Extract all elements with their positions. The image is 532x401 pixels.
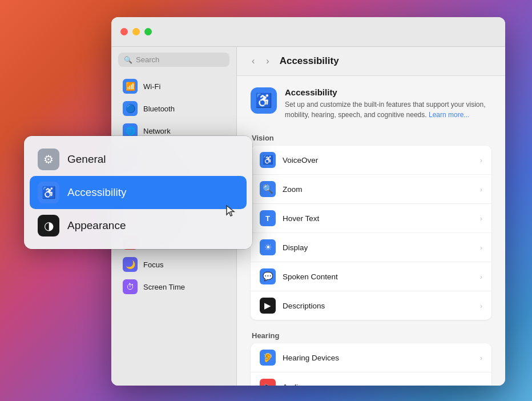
sidebar-label-wifi: Wi-Fi	[143, 82, 160, 91]
descriptions-chevron: ›	[480, 302, 482, 310]
back-button[interactable]: ‹	[248, 55, 258, 67]
nav-bar: ‹ › Accessibility	[237, 47, 505, 76]
hearing-section-title: Hearing	[251, 331, 491, 340]
learn-more-link[interactable]: Learn more...	[429, 111, 469, 119]
vision-list: ♿ VoiceOver › 🔍 Zoom › T Hover Text ›	[251, 146, 491, 320]
search-bar[interactable]: 🔍 Search	[118, 53, 229, 67]
sidebar-item-wifi[interactable]: 📶 Wi-Fi	[115, 75, 233, 97]
zoom-row[interactable]: 🔍 Zoom ›	[251, 175, 491, 204]
audio-chevron: ›	[480, 383, 482, 386]
header-description: Set up and customize the built-in featur…	[285, 99, 491, 120]
popup-appearance-label: Appearance	[67, 219, 126, 232]
main-content: ‹ › Accessibility ♿ Accessibility Set up…	[237, 47, 505, 386]
popup-accessibility-icon: ♿	[38, 182, 59, 203]
voiceover-row[interactable]: ♿ VoiceOver ›	[251, 146, 491, 175]
screentime-icon: ⏱	[123, 279, 138, 294]
hearingdevices-row[interactable]: 🦻 Hearing Devices ›	[251, 343, 491, 372]
display-chevron: ›	[480, 243, 482, 252]
zoom-chevron: ›	[480, 185, 482, 194]
display-label: Display	[283, 243, 473, 252]
popup-menu: ⚙ General ♿ Accessibility ◑ Appearance	[24, 136, 252, 249]
popup-item-accessibility[interactable]: ♿ Accessibility	[30, 176, 247, 209]
spoken-chevron: ›	[480, 272, 482, 281]
popup-general-label: General	[67, 153, 106, 166]
popup-accessibility-label: Accessibility	[67, 186, 126, 199]
spoken-label: Spoken Content	[283, 272, 473, 281]
voiceover-chevron: ›	[480, 156, 482, 165]
wifi-icon: 📶	[123, 79, 138, 94]
header-text: Accessibility Set up and customize the b…	[285, 87, 491, 120]
sidebar-item-screentime[interactable]: ⏱ Screen Time	[115, 276, 233, 298]
zoom-icon: 🔍	[260, 181, 276, 197]
hearingdevices-icon: 🦻	[260, 350, 276, 366]
sidebar-label-focus: Focus	[143, 260, 163, 269]
content-area: ♿ Accessibility Set up and customize the…	[237, 76, 505, 386]
hovertext-label: Hover Text	[283, 214, 473, 223]
voiceover-icon: ♿	[260, 152, 276, 168]
vision-section-title: Vision	[251, 134, 491, 142]
minimize-button[interactable]	[132, 28, 140, 35]
spoken-row[interactable]: 💬 Spoken Content ›	[251, 262, 491, 291]
maximize-button[interactable]	[144, 28, 152, 35]
hovertext-chevron: ›	[480, 214, 482, 223]
hovertext-row[interactable]: T Hover Text ›	[251, 204, 491, 233]
audio-row[interactable]: 🔈 Audio ›	[251, 372, 491, 386]
popup-general-icon: ⚙	[38, 149, 59, 170]
traffic-lights	[120, 28, 152, 35]
sidebar-label-screentime: Screen Time	[143, 283, 185, 291]
hearing-list: 🦻 Hearing Devices › 🔈 Audio › ▣ Captions…	[251, 343, 491, 386]
popup-item-general[interactable]: ⚙ General	[30, 143, 247, 176]
popup-item-appearance[interactable]: ◑ Appearance	[30, 209, 247, 242]
hovertext-icon: T	[260, 210, 276, 226]
titlebar	[111, 17, 505, 47]
descriptions-row[interactable]: ▶ Descriptions ›	[251, 291, 491, 320]
audio-icon: 🔈	[260, 379, 276, 386]
search-placeholder: Search	[136, 55, 159, 64]
voiceover-label: VoiceOver	[283, 156, 473, 165]
display-icon: ☀	[260, 239, 276, 255]
spoken-icon: 💬	[260, 268, 276, 284]
bluetooth-icon: 🔵	[123, 101, 138, 116]
search-icon: 🔍	[124, 56, 132, 64]
sidebar-label-network: Network	[143, 127, 171, 135]
display-row[interactable]: ☀ Display ›	[251, 233, 491, 262]
audio-label: Audio	[283, 383, 473, 386]
focus-icon: 🌙	[123, 257, 138, 272]
sidebar-item-focus[interactable]: 🌙 Focus	[115, 254, 233, 275]
header-card: ♿ Accessibility Set up and customize the…	[251, 87, 491, 120]
sidebar-item-bluetooth[interactable]: 🔵 Bluetooth	[115, 98, 233, 119]
header-title: Accessibility	[285, 87, 491, 97]
zoom-label: Zoom	[283, 185, 473, 194]
hearingdevices-chevron: ›	[480, 354, 482, 362]
popup-appearance-icon: ◑	[38, 215, 59, 236]
page-title: Accessibility	[280, 55, 339, 67]
descriptions-icon: ▶	[260, 298, 276, 314]
sidebar-label-bluetooth: Bluetooth	[143, 105, 175, 113]
close-button[interactable]	[120, 28, 128, 35]
hearingdevices-label: Hearing Devices	[283, 354, 473, 362]
accessibility-header-icon: ♿	[251, 87, 277, 114]
descriptions-label: Descriptions	[283, 302, 473, 310]
forward-button[interactable]: ›	[263, 55, 272, 67]
